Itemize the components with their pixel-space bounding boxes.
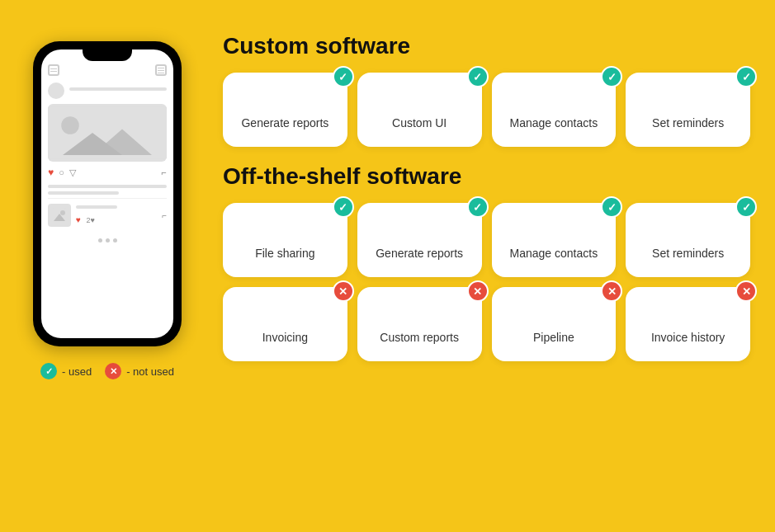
feature-label: Generate reports <box>376 246 463 261</box>
check-badge-icon: ✓ <box>333 196 354 218</box>
feature-label: Pipeline <box>533 330 574 345</box>
phone-actions: ♥ ○ ▽ ⌐ <box>48 167 167 178</box>
legend-not-used: ✕ - not used <box>105 363 174 379</box>
offshelf-software-title: Off-the-shelf software <box>223 163 750 190</box>
x-badge-icon: ✕ <box>735 280 757 302</box>
used-check-icon: ✓ <box>40 363 57 379</box>
feature-card: ✓Manage contacts <box>492 73 617 147</box>
bookmark-icon: ⌐ <box>162 167 167 177</box>
x-badge-icon: ✕ <box>333 280 354 302</box>
legend: ✓ - used ✕ - not used <box>40 363 174 379</box>
feature-card: ✕Invoicing <box>223 287 347 361</box>
post-bookmark-icon: ⌐ <box>162 211 167 220</box>
phone-user-info <box>48 82 167 99</box>
phone-post: ♥ 2♥ ⌐ <box>48 198 167 232</box>
feature-card: ✓Manage contacts <box>492 203 617 277</box>
phone-caption-line1 <box>48 185 167 188</box>
feature-card: ✓Generate reports <box>357 203 482 277</box>
check-badge-icon: ✓ <box>467 66 489 87</box>
check-badge-icon: ✓ <box>601 196 622 218</box>
post-info: ♥ 2♥ <box>76 205 157 226</box>
used-label: - used <box>62 365 92 378</box>
main-container: ♥ ○ ▽ ⌐ <box>0 0 775 532</box>
check-badge-icon: ✓ <box>601 66 622 87</box>
phone-caption-line2 <box>48 191 119 195</box>
feature-card: ✕Invoice history <box>626 287 750 361</box>
custom-software-title: Custom software <box>223 33 750 59</box>
feature-card: ✓Set reminders <box>626 73 750 147</box>
feature-card: ✕Custom reports <box>357 287 482 361</box>
feature-card: ✕Pipeline <box>492 287 617 361</box>
check-badge-icon: ✓ <box>735 66 757 87</box>
feature-label: Invoicing <box>262 330 308 345</box>
post-heart-icon: ♥ <box>76 215 81 224</box>
legend-used: ✓ - used <box>40 363 92 379</box>
home-icon <box>48 64 59 76</box>
phone-content: ♥ ○ ▽ ⌐ <box>41 49 173 338</box>
feature-card: ✓Generate reports <box>223 73 347 147</box>
phone-image <box>48 104 167 162</box>
comment-icon: ○ <box>59 167 64 177</box>
feature-label: Set reminders <box>652 246 724 261</box>
check-badge-icon: ✓ <box>735 196 757 218</box>
check-badge-icon: ✓ <box>333 66 354 87</box>
not-used-label: - not used <box>126 365 174 378</box>
phone-mockup: ♥ ○ ▽ ⌐ <box>33 41 182 346</box>
content-section: Custom software ✓Generate reports✓Custom… <box>223 25 750 516</box>
x-badge-icon: ✕ <box>601 280 622 302</box>
post-avatar <box>48 204 71 227</box>
check-badge-icon: ✓ <box>467 196 489 218</box>
svg-point-6 <box>60 210 65 215</box>
feature-label: Manage contacts <box>510 115 598 130</box>
heart-icon: ♥ <box>48 167 54 178</box>
not-used-x-icon: ✕ <box>105 363 121 379</box>
phone-notch <box>83 49 132 61</box>
custom-software-grid: ✓Generate reports✓Custom UI✓Manage conta… <box>223 73 750 147</box>
feature-card: ✓Set reminders <box>626 203 750 277</box>
phone-header <box>48 64 167 76</box>
feature-label: Generate reports <box>241 115 328 130</box>
phone-dots <box>48 238 167 242</box>
feature-label: File sharing <box>255 246 314 261</box>
feature-card: ✓Custom UI <box>357 73 482 147</box>
phone-screen: ♥ ○ ▽ ⌐ <box>41 49 173 338</box>
feature-label: Set reminders <box>652 115 724 130</box>
menu-icon <box>155 64 167 76</box>
share-icon: ▽ <box>69 167 76 178</box>
feature-label: Custom reports <box>380 330 459 345</box>
feature-label: Invoice history <box>651 330 725 345</box>
feature-label: Custom UI <box>392 115 447 130</box>
x-badge-icon: ✕ <box>467 280 489 302</box>
svg-point-1 <box>61 116 79 134</box>
phone-section: ♥ ○ ▽ ⌐ <box>17 25 198 516</box>
offshelf-software-grid: ✓File sharing✓Generate reports✓Manage co… <box>223 203 750 361</box>
feature-card: ✓File sharing <box>223 203 347 277</box>
feature-label: Manage contacts <box>510 246 598 261</box>
